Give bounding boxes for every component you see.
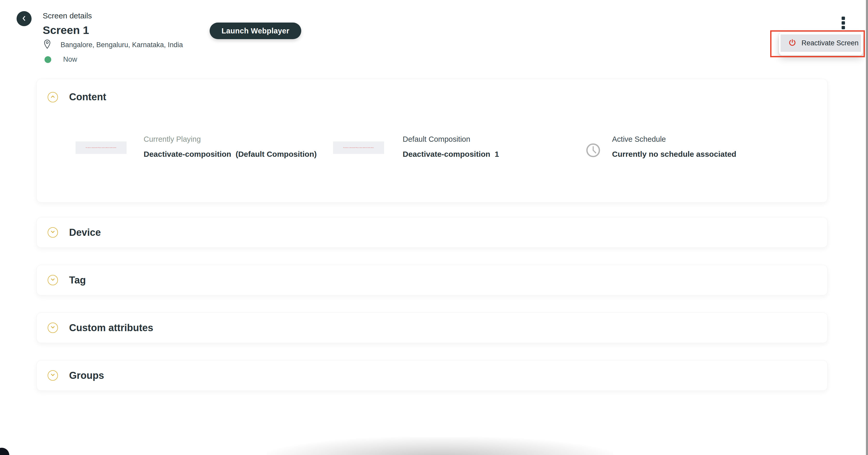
currently-playing-block: Currently Playing Deactivate-composition… [144,135,317,159]
section-title: Device [69,227,101,238]
section-groups[interactable]: Groups [36,360,828,391]
reactivate-screen-menu-item[interactable]: Reactivate Screen [780,34,861,52]
chevron-down-icon [50,324,56,331]
thumbnail-text: This device is deactivated. Please conta… [343,147,374,148]
active-schedule-block: Active Schedule Currently no schedule as… [612,135,736,159]
clock-icon [586,143,600,158]
location-text: Bangalore, Bengaluru, Karnataka, India [61,41,183,49]
page-title: Screen 1 [43,24,89,36]
context-menu-popup: Reactivate Screen [779,32,863,55]
location-pin-icon [44,39,51,50]
default-composition-label: Default Composition [403,135,499,144]
active-schedule-label: Active Schedule [612,135,736,144]
chevron-down-icon [50,229,56,236]
breadcrumb: Screen details [43,11,92,20]
chevron-up-icon [50,94,56,101]
section-device[interactable]: Device [36,217,828,248]
offscreen-toast-shadow [267,437,613,455]
vertical-scrollbar[interactable] [866,0,868,455]
active-schedule-value: Currently no schedule associated [612,150,736,159]
expand-toggle-button[interactable] [48,275,58,285]
section-custom-attributes[interactable]: Custom attributes [36,312,828,343]
corner-floating-button[interactable] [0,448,9,455]
currently-playing-value: Deactivate-composition(Default Compositi… [144,150,317,159]
default-composition-block: Default Composition Deactivate-compositi… [403,135,499,159]
section-title: Tag [69,275,86,286]
collapse-toggle-button[interactable] [48,92,58,102]
details-sections: Content This device is deactivated. Plea… [36,79,828,408]
launch-webplayer-button[interactable]: Launch Webplayer [210,23,301,39]
chevron-left-icon [21,15,27,23]
composition-suffix: 1 [495,150,499,158]
status-row: Now [44,55,77,63]
back-button[interactable] [17,11,32,26]
default-composition-value: Deactivate-composition1 [403,150,499,159]
section-title: Groups [69,370,104,381]
section-title: Content [69,91,106,103]
power-icon [788,38,796,48]
section-content-header[interactable]: Content [48,91,106,103]
more-options-kebab-icon[interactable] [841,16,846,30]
composition-suffix: (Default Composition) [236,150,316,158]
chevron-down-icon [50,372,56,379]
composition-name: Deactivate-composition [144,150,231,158]
currently-playing-label: Currently Playing [144,135,317,144]
expand-toggle-button[interactable] [48,227,58,237]
section-content: Content This device is deactivated. Plea… [36,79,828,203]
expand-toggle-button[interactable] [48,322,58,333]
section-title: Custom attributes [69,322,153,334]
currently-playing-thumbnail: This device is deactivated. Please conta… [75,141,127,154]
expand-toggle-button[interactable] [48,370,58,381]
default-composition-thumbnail: This device is deactivated. Please conta… [333,141,384,154]
chevron-down-icon [50,277,56,283]
thumbnail-text: This device is deactivated. Please conta… [86,147,117,148]
section-tag[interactable]: Tag [36,265,828,295]
composition-name: Deactivate-composition [403,150,490,158]
online-status-dot-icon [44,56,51,63]
menu-item-label: Reactivate Screen [802,39,859,47]
status-text: Now [63,55,77,63]
location-row: Bangalore, Bengaluru, Karnataka, India [44,39,183,50]
